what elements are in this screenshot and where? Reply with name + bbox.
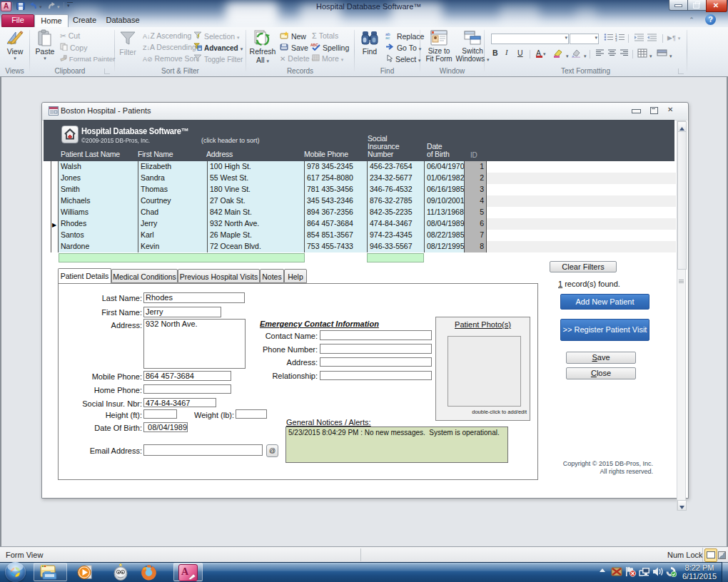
svg-text:3: 3 (615, 39, 617, 41)
svg-text:ac: ac (385, 36, 390, 39)
